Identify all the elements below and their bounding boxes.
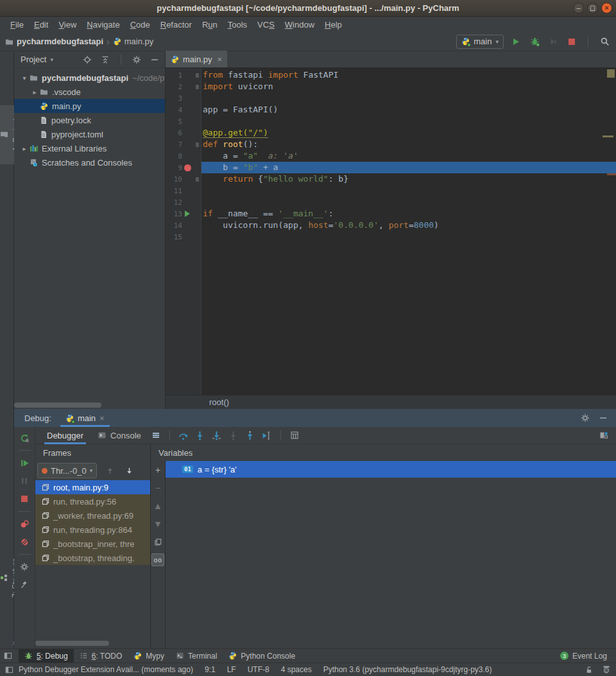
line-number[interactable]: 2 [166, 83, 182, 91]
menu-vcs[interactable]: VCS [252, 19, 280, 31]
tree-item-scratches-and-consoles[interactable]: Scratches and Consoles [14, 155, 165, 169]
step-out-button[interactable] [243, 428, 257, 442]
line-number[interactable]: 11 [166, 187, 182, 195]
code-text[interactable]: from fastapi import FastAPI [201, 69, 616, 81]
duplicate-watch-button[interactable] [151, 535, 164, 548]
line-number[interactable]: 5 [166, 117, 182, 126]
tree-item-external-libraries[interactable]: ▸External Libraries [14, 141, 165, 155]
toolwindow-toggle-icon[interactable] [4, 652, 12, 660]
line-number[interactable]: 15 [166, 233, 182, 241]
fold-marker-icon[interactable] [196, 85, 199, 89]
settings-button[interactable] [579, 412, 592, 424]
rerun-button[interactable] [17, 430, 32, 446]
menu-edit[interactable]: Edit [29, 19, 53, 31]
toolwindow-button-mypy[interactable]: Mypy [128, 649, 170, 663]
code-text[interactable]: a = "a" a: 'a' [201, 150, 616, 162]
stop-button[interactable] [565, 35, 578, 48]
inspections-hector-icon[interactable] [602, 665, 611, 674]
scope-breadcrumb[interactable]: root() [209, 397, 229, 407]
search-everywhere-button[interactable] [598, 35, 611, 48]
lock-icon[interactable] [585, 665, 593, 674]
code-text[interactable] [201, 196, 616, 208]
step-into-button[interactable] [193, 428, 207, 442]
step-over-button[interactable] [176, 428, 191, 442]
line-number[interactable]: 4 [166, 106, 182, 114]
debug-session-tab[interactable]: main × [60, 409, 110, 427]
project-horizontal-scrollbar[interactable] [14, 403, 101, 408]
debug-button[interactable] [528, 35, 541, 48]
menu-tools[interactable]: Tools [223, 19, 252, 31]
fold-marker-icon[interactable] [196, 143, 199, 147]
toolwindow-button-terminal[interactable]: Terminal [170, 649, 223, 663]
frame-row[interactable]: _bootstrap_inner, thre [35, 537, 150, 551]
restore-layout-button[interactable] [149, 428, 163, 442]
breakpoint-icon[interactable] [184, 164, 191, 171]
fold-marker-icon[interactable] [196, 177, 199, 182]
frame-row[interactable]: run, threading.py:864 [35, 523, 150, 537]
python-interpreter[interactable]: Python 3.6 (pycharmdebugfastapi-9cdjtyrg… [323, 665, 492, 674]
line-separator[interactable]: LF [227, 665, 236, 674]
menu-view[interactable]: View [53, 19, 81, 31]
project-panel-title[interactable]: Project [21, 55, 46, 64]
breadcrumb-project[interactable]: pycharmdebugfastapi [17, 37, 103, 46]
code-text[interactable]: import uvicorn [201, 81, 616, 92]
evaluate-expression-button[interactable] [287, 428, 302, 442]
line-number[interactable]: 14 [166, 221, 182, 230]
collapse-arrow-icon[interactable]: ▸ [30, 89, 40, 96]
toolwindow-button-6-todo[interactable]: 6: TODO [74, 649, 128, 663]
sidebar-tab-project[interactable]: 1: Project [0, 105, 14, 164]
code-text[interactable]: b = "b" + a [201, 162, 616, 173]
menu-code[interactable]: Code [125, 19, 155, 31]
breadcrumb-file[interactable]: main.py [124, 37, 154, 46]
line-number[interactable]: 13 [166, 210, 182, 218]
toolwindow-icon[interactable] [5, 666, 13, 674]
code-text[interactable]: app = FastAPI() [201, 104, 616, 116]
collapse-arrow-icon[interactable]: ▸ [19, 145, 30, 152]
menu-refactor[interactable]: Refactor [155, 19, 197, 31]
run-to-cursor-button[interactable] [260, 428, 274, 442]
warning-stripe-mark[interactable] [603, 135, 613, 137]
line-number[interactable]: 3 [166, 94, 182, 103]
event-log-button[interactable]: 3 Event Log [560, 652, 612, 661]
code-text[interactable] [201, 92, 616, 104]
toolwindow-button-5-debug[interactable]: 5: Debug [19, 649, 74, 663]
toolwindow-button-python-console[interactable]: Python Console [223, 649, 301, 663]
menu-help[interactable]: Help [320, 19, 347, 31]
settings-button[interactable] [130, 53, 143, 66]
resume-button[interactable] [17, 455, 32, 471]
fold-marker-icon[interactable] [196, 73, 199, 78]
minimize-button[interactable]: – [573, 3, 584, 13]
code-text[interactable] [201, 185, 616, 196]
inspection-indicator[interactable] [607, 69, 615, 78]
line-number[interactable]: 8 [166, 152, 182, 160]
tab-debugger[interactable]: Debugger [40, 427, 90, 444]
menu-window[interactable]: Window [280, 19, 320, 31]
code-text[interactable]: uvicorn.run(app, host='0.0.0.0', port=80… [201, 220, 616, 231]
pin-button[interactable] [17, 577, 32, 593]
status-message[interactable]: Python Debugger Extension Avail... (mome… [19, 665, 193, 674]
close-button[interactable]: × [601, 3, 612, 13]
tree-item--vscode[interactable]: ▸.vscode [14, 85, 165, 99]
frames-horizontal-scrollbar[interactable] [35, 641, 109, 646]
code-text[interactable] [201, 116, 616, 127]
code-editor[interactable]: 1from fastapi import FastAPI2import uvic… [166, 68, 616, 395]
tab-console[interactable]: Console [91, 427, 148, 444]
add-watch-button[interactable]: + [151, 464, 164, 476]
thread-selector[interactable]: Thr...-0_0 ▾ [37, 463, 97, 478]
tree-item-pyproject-toml[interactable]: pyproject.toml [14, 127, 165, 141]
view-breakpoints-button[interactable] [17, 516, 32, 532]
settings-button[interactable] [17, 559, 32, 575]
line-number[interactable]: 10 [166, 175, 182, 184]
code-text[interactable]: if __name__ == '__main__': [201, 208, 616, 220]
close-tab-icon[interactable]: × [218, 55, 223, 64]
editor-tab-main-py[interactable]: main.py × [166, 51, 227, 67]
caret-position[interactable]: 9:1 [205, 665, 216, 674]
code-text[interactable]: @app.get("/") [201, 127, 616, 139]
tree-item-main-py[interactable]: main.py [14, 99, 165, 113]
tree-item-pycharmdebugfastapi[interactable]: ▾pycharmdebugfastapi~/code/pycharmdebugf… [14, 71, 165, 85]
step-into-my-code-button[interactable] [210, 428, 224, 442]
show-watches-button[interactable]: oo [151, 553, 164, 566]
line-number[interactable]: 6 [166, 129, 182, 137]
frame-row[interactable]: run, thread.py:56 [35, 494, 150, 508]
run-gutter-icon[interactable] [185, 211, 190, 217]
